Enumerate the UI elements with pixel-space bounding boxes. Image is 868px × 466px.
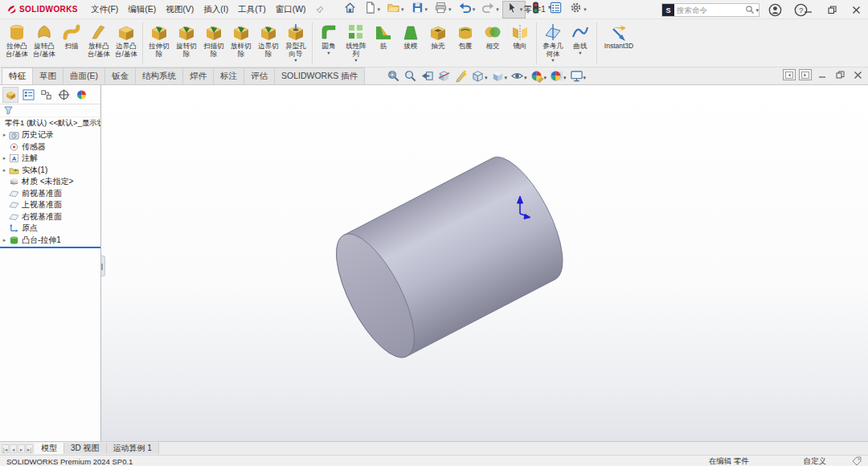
menu-item[interactable]: 窗口(W)	[271, 1, 311, 18]
ribbon-button-wrap[interactable]: 包覆	[452, 21, 479, 51]
select-button[interactable]: ▾	[502, 1, 526, 18]
ribbon-button-linear-pattern[interactable]: 线性阵列▾	[342, 21, 370, 63]
close-button[interactable]	[844, 0, 868, 19]
pin-icon[interactable]	[316, 2, 324, 17]
ribbon-button-revolved-cut[interactable]: 旋转切除	[173, 21, 200, 59]
configurationmanager-tab[interactable]	[38, 87, 54, 103]
ribbon-button-boss-extrude[interactable]: 拉伸凸台/基体	[3, 21, 31, 59]
save-button[interactable]: ▾	[407, 1, 432, 18]
section-view-button[interactable]	[436, 68, 452, 87]
menu-item[interactable]: 工具(T)	[233, 1, 270, 18]
tree-item-实体(1)[interactable]: ▸实体(1)	[0, 165, 100, 177]
next-study-button[interactable]: ▸	[18, 444, 25, 453]
menu-item[interactable]: 插入(I)	[199, 1, 233, 18]
settings-button[interactable]: ▾	[566, 1, 590, 18]
tab-标注[interactable]: 标注	[213, 67, 244, 84]
open-button[interactable]: ▾	[383, 1, 407, 18]
filter-icon[interactable]	[4, 104, 13, 118]
previous-view-button[interactable]	[420, 68, 435, 87]
pane-left-button[interactable]	[783, 69, 796, 80]
bottom-tab-运动算例 1[interactable]: 运动算例 1	[107, 443, 159, 454]
ribbon-button-hole-wizard[interactable]: 异型孔向导▾	[282, 21, 309, 63]
custom-status[interactable]: 自定义	[804, 456, 827, 466]
zoom-fit-button[interactable]	[386, 68, 401, 87]
search-input[interactable]	[674, 6, 745, 14]
displaymanager-tab[interactable]	[73, 87, 89, 103]
expand-arrow[interactable]: ▸	[0, 237, 9, 243]
ribbon-button-sweep[interactable]: 扫描	[58, 21, 85, 51]
minimize-button[interactable]	[796, 0, 820, 19]
undo-button[interactable]: ▾	[455, 1, 479, 18]
dropdown-caret[interactable]: ▾	[579, 51, 581, 55]
viewport[interactable]	[101, 85, 868, 441]
menu-item[interactable]: 视图(V)	[161, 1, 199, 18]
restore-button[interactable]	[820, 0, 844, 19]
tree-item-历史记录[interactable]: ▸历史记录	[0, 129, 100, 141]
zoom-area-button[interactable]	[403, 68, 418, 87]
expand-arrow[interactable]: ▸	[0, 132, 9, 138]
ribbon-button-curves[interactable]: 曲线▾	[567, 21, 594, 56]
expand-arrow[interactable]: ▸	[0, 155, 9, 161]
new-document-button[interactable]: ▾	[360, 1, 384, 18]
dropdown-caret[interactable]: ▾	[327, 51, 330, 55]
view-settings-button[interactable]: ▾	[569, 68, 588, 87]
tab-焊件[interactable]: 焊件	[182, 67, 214, 84]
view-orientation-button[interactable]: ▾	[470, 68, 489, 87]
ribbon-button-lofted-cut[interactable]: 放样切除	[227, 21, 255, 59]
ribbon-button-boundary-boss[interactable]: 边界凸台/基体	[113, 21, 140, 59]
search-icon[interactable]	[745, 3, 755, 18]
featuremanager-tab[interactable]	[2, 87, 18, 103]
ribbon-button-fillet[interactable]: 圆角▾	[315, 21, 342, 56]
edit-appearance-button[interactable]: ▾	[530, 68, 548, 87]
propertymanager-tab[interactable]	[20, 87, 36, 103]
tab-草图[interactable]: 草图	[32, 67, 63, 84]
tree-item-右视基准面[interactable]: 右视基准面	[0, 211, 100, 223]
panel-splitter-handle[interactable]	[101, 255, 105, 276]
dropdown-caret[interactable]: ▾	[551, 58, 554, 63]
apply-scene-button[interactable]: ▾	[549, 68, 567, 87]
hide-show-items-button[interactable]: ▾	[510, 68, 528, 87]
prev-study-button[interactable]: ◂	[10, 444, 17, 453]
last-study-button[interactable]: ▸|	[26, 444, 33, 453]
ribbon-button-mirror[interactable]: 镜向	[506, 21, 534, 51]
tree-item-上视基准面[interactable]: 上视基准面	[0, 199, 100, 211]
ribbon-button-rib[interactable]: 筋	[370, 21, 397, 51]
tab-SOLIDWORKS 插件[interactable]: SOLIDWORKS 插件	[274, 67, 365, 84]
ribbon-button-shell[interactable]: 抽壳	[424, 21, 452, 51]
display-style-button[interactable]: ▾	[490, 68, 509, 87]
tree-item-凸台-拉伸1[interactable]: ▸凸台-拉伸1	[0, 235, 100, 247]
tab-结构系统[interactable]: 结构系统	[135, 67, 183, 84]
account-icon[interactable]	[766, 1, 784, 18]
tree-item-前视基准面[interactable]: 前视基准面	[0, 188, 100, 200]
ribbon-button-extruded-cut[interactable]: 拉伸切除	[145, 21, 173, 59]
tab-钣金[interactable]: 钣金	[104, 67, 136, 84]
expand-arrow[interactable]: ▸	[0, 167, 9, 174]
search-dropdown-caret[interactable]: ▾	[755, 7, 759, 14]
cylinder-model[interactable]	[321, 146, 578, 368]
doc-restore-button[interactable]	[833, 69, 847, 80]
bottom-tab-3D 视图[interactable]: 3D 视图	[64, 443, 107, 454]
ribbon-button-instant3d[interactable]: Instant3D	[600, 21, 638, 51]
first-study-button[interactable]: |◂	[2, 444, 9, 453]
tree-item-原点[interactable]: 原点	[0, 223, 100, 235]
menu-item[interactable]: 文件(F)	[86, 1, 123, 18]
tag-icon[interactable]	[852, 456, 862, 466]
redo-button[interactable]: ▾	[478, 1, 502, 18]
dropdown-caret[interactable]: ▾	[354, 58, 357, 63]
annotation-view-button[interactable]	[453, 68, 469, 87]
tab-特征[interactable]: 特征	[2, 67, 33, 84]
ribbon-button-intersect[interactable]: 相交	[479, 21, 506, 51]
tree-item-材质 <未指定>[interactable]: 材质 <未指定>	[0, 176, 100, 188]
ribbon-button-loft-boss[interactable]: 放样凸台/基体	[85, 21, 113, 59]
menu-item[interactable]: 编辑(E)	[123, 1, 161, 18]
tab-评估[interactable]: 评估	[244, 67, 275, 84]
doc-minimize-button[interactable]	[815, 69, 829, 80]
dropdown-caret[interactable]: ▾	[294, 58, 297, 63]
home-button[interactable]	[340, 1, 360, 18]
pane-right-button[interactable]	[799, 69, 812, 80]
tree-item-传感器[interactable]: 传感器	[0, 141, 100, 153]
ribbon-button-revolve-boss[interactable]: 旋转凸台/基体	[31, 21, 58, 59]
tree-root-item[interactable]: 零件1 (默认) <<默认>_显示状态 1>	[0, 117, 100, 129]
bottom-tab-模型[interactable]: 模型	[35, 443, 64, 454]
ribbon-button-swept-cut[interactable]: 扫描切除	[200, 21, 227, 59]
